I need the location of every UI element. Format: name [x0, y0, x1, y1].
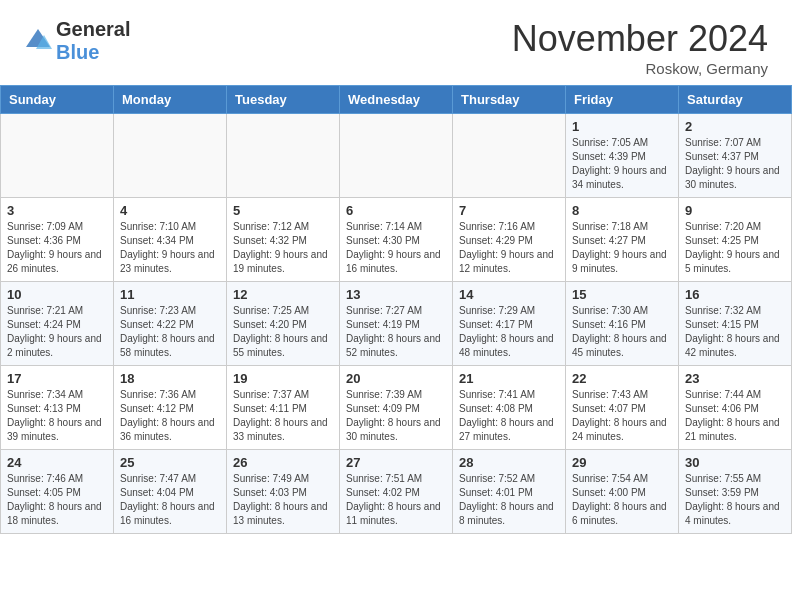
day-info: Sunrise: 7:09 AM Sunset: 4:36 PM Dayligh…	[7, 220, 107, 276]
day-number: 4	[120, 203, 220, 218]
day-number: 12	[233, 287, 333, 302]
calendar-cell: 27Sunrise: 7:51 AM Sunset: 4:02 PM Dayli…	[340, 450, 453, 534]
day-info: Sunrise: 7:05 AM Sunset: 4:39 PM Dayligh…	[572, 136, 672, 192]
calendar-cell: 8Sunrise: 7:18 AM Sunset: 4:27 PM Daylig…	[566, 198, 679, 282]
weekday-header-row: SundayMondayTuesdayWednesdayThursdayFrid…	[1, 86, 792, 114]
day-number: 2	[685, 119, 785, 134]
day-number: 30	[685, 455, 785, 470]
week-row-2: 3Sunrise: 7:09 AM Sunset: 4:36 PM Daylig…	[1, 198, 792, 282]
day-info: Sunrise: 7:54 AM Sunset: 4:00 PM Dayligh…	[572, 472, 672, 528]
calendar-cell: 5Sunrise: 7:12 AM Sunset: 4:32 PM Daylig…	[227, 198, 340, 282]
day-info: Sunrise: 7:46 AM Sunset: 4:05 PM Dayligh…	[7, 472, 107, 528]
calendar-cell	[227, 114, 340, 198]
calendar-cell: 30Sunrise: 7:55 AM Sunset: 3:59 PM Dayli…	[679, 450, 792, 534]
day-number: 5	[233, 203, 333, 218]
day-number: 6	[346, 203, 446, 218]
calendar-cell: 16Sunrise: 7:32 AM Sunset: 4:15 PM Dayli…	[679, 282, 792, 366]
day-number: 27	[346, 455, 446, 470]
calendar-cell	[1, 114, 114, 198]
day-number: 8	[572, 203, 672, 218]
day-info: Sunrise: 7:14 AM Sunset: 4:30 PM Dayligh…	[346, 220, 446, 276]
calendar-cell: 28Sunrise: 7:52 AM Sunset: 4:01 PM Dayli…	[453, 450, 566, 534]
weekday-monday: Monday	[114, 86, 227, 114]
calendar-cell: 20Sunrise: 7:39 AM Sunset: 4:09 PM Dayli…	[340, 366, 453, 450]
weekday-friday: Friday	[566, 86, 679, 114]
calendar-cell: 22Sunrise: 7:43 AM Sunset: 4:07 PM Dayli…	[566, 366, 679, 450]
day-number: 15	[572, 287, 672, 302]
calendar-header: SundayMondayTuesdayWednesdayThursdayFrid…	[1, 86, 792, 114]
location: Roskow, Germany	[512, 60, 768, 77]
day-info: Sunrise: 7:18 AM Sunset: 4:27 PM Dayligh…	[572, 220, 672, 276]
day-number: 10	[7, 287, 107, 302]
weekday-wednesday: Wednesday	[340, 86, 453, 114]
logo-blue: Blue	[56, 41, 99, 63]
calendar-cell: 21Sunrise: 7:41 AM Sunset: 4:08 PM Dayli…	[453, 366, 566, 450]
calendar-cell: 9Sunrise: 7:20 AM Sunset: 4:25 PM Daylig…	[679, 198, 792, 282]
day-number: 3	[7, 203, 107, 218]
day-info: Sunrise: 7:23 AM Sunset: 4:22 PM Dayligh…	[120, 304, 220, 360]
calendar-cell: 14Sunrise: 7:29 AM Sunset: 4:17 PM Dayli…	[453, 282, 566, 366]
logo-icon	[24, 27, 52, 55]
day-info: Sunrise: 7:51 AM Sunset: 4:02 PM Dayligh…	[346, 472, 446, 528]
calendar-cell: 4Sunrise: 7:10 AM Sunset: 4:34 PM Daylig…	[114, 198, 227, 282]
calendar-cell: 6Sunrise: 7:14 AM Sunset: 4:30 PM Daylig…	[340, 198, 453, 282]
calendar-cell	[114, 114, 227, 198]
weekday-sunday: Sunday	[1, 86, 114, 114]
day-info: Sunrise: 7:32 AM Sunset: 4:15 PM Dayligh…	[685, 304, 785, 360]
calendar-cell: 11Sunrise: 7:23 AM Sunset: 4:22 PM Dayli…	[114, 282, 227, 366]
day-number: 7	[459, 203, 559, 218]
calendar-cell: 15Sunrise: 7:30 AM Sunset: 4:16 PM Dayli…	[566, 282, 679, 366]
day-number: 26	[233, 455, 333, 470]
day-info: Sunrise: 7:43 AM Sunset: 4:07 PM Dayligh…	[572, 388, 672, 444]
day-info: Sunrise: 7:12 AM Sunset: 4:32 PM Dayligh…	[233, 220, 333, 276]
day-info: Sunrise: 7:37 AM Sunset: 4:11 PM Dayligh…	[233, 388, 333, 444]
day-number: 24	[7, 455, 107, 470]
day-info: Sunrise: 7:30 AM Sunset: 4:16 PM Dayligh…	[572, 304, 672, 360]
calendar-cell: 24Sunrise: 7:46 AM Sunset: 4:05 PM Dayli…	[1, 450, 114, 534]
logo-text: General Blue	[56, 18, 130, 64]
calendar-cell: 29Sunrise: 7:54 AM Sunset: 4:00 PM Dayli…	[566, 450, 679, 534]
page-header: General Blue November 2024 Roskow, Germa…	[0, 0, 792, 85]
day-info: Sunrise: 7:21 AM Sunset: 4:24 PM Dayligh…	[7, 304, 107, 360]
logo-general: General	[56, 18, 130, 40]
calendar-cell: 26Sunrise: 7:49 AM Sunset: 4:03 PM Dayli…	[227, 450, 340, 534]
calendar-cell: 12Sunrise: 7:25 AM Sunset: 4:20 PM Dayli…	[227, 282, 340, 366]
day-number: 14	[459, 287, 559, 302]
calendar-cell: 7Sunrise: 7:16 AM Sunset: 4:29 PM Daylig…	[453, 198, 566, 282]
month-title: November 2024	[512, 18, 768, 60]
day-number: 21	[459, 371, 559, 386]
day-number: 25	[120, 455, 220, 470]
day-info: Sunrise: 7:39 AM Sunset: 4:09 PM Dayligh…	[346, 388, 446, 444]
day-info: Sunrise: 7:27 AM Sunset: 4:19 PM Dayligh…	[346, 304, 446, 360]
calendar: SundayMondayTuesdayWednesdayThursdayFrid…	[0, 85, 792, 534]
calendar-cell	[453, 114, 566, 198]
day-info: Sunrise: 7:10 AM Sunset: 4:34 PM Dayligh…	[120, 220, 220, 276]
day-info: Sunrise: 7:41 AM Sunset: 4:08 PM Dayligh…	[459, 388, 559, 444]
day-number: 29	[572, 455, 672, 470]
week-row-5: 24Sunrise: 7:46 AM Sunset: 4:05 PM Dayli…	[1, 450, 792, 534]
calendar-cell	[340, 114, 453, 198]
day-number: 22	[572, 371, 672, 386]
calendar-cell: 2Sunrise: 7:07 AM Sunset: 4:37 PM Daylig…	[679, 114, 792, 198]
weekday-saturday: Saturday	[679, 86, 792, 114]
calendar-cell: 13Sunrise: 7:27 AM Sunset: 4:19 PM Dayli…	[340, 282, 453, 366]
day-number: 11	[120, 287, 220, 302]
week-row-1: 1Sunrise: 7:05 AM Sunset: 4:39 PM Daylig…	[1, 114, 792, 198]
day-number: 28	[459, 455, 559, 470]
day-number: 19	[233, 371, 333, 386]
weekday-thursday: Thursday	[453, 86, 566, 114]
calendar-body: 1Sunrise: 7:05 AM Sunset: 4:39 PM Daylig…	[1, 114, 792, 534]
day-info: Sunrise: 7:52 AM Sunset: 4:01 PM Dayligh…	[459, 472, 559, 528]
day-info: Sunrise: 7:44 AM Sunset: 4:06 PM Dayligh…	[685, 388, 785, 444]
calendar-cell: 3Sunrise: 7:09 AM Sunset: 4:36 PM Daylig…	[1, 198, 114, 282]
day-info: Sunrise: 7:47 AM Sunset: 4:04 PM Dayligh…	[120, 472, 220, 528]
day-info: Sunrise: 7:20 AM Sunset: 4:25 PM Dayligh…	[685, 220, 785, 276]
title-block: November 2024 Roskow, Germany	[512, 18, 768, 77]
weekday-tuesday: Tuesday	[227, 86, 340, 114]
calendar-cell: 10Sunrise: 7:21 AM Sunset: 4:24 PM Dayli…	[1, 282, 114, 366]
day-info: Sunrise: 7:49 AM Sunset: 4:03 PM Dayligh…	[233, 472, 333, 528]
calendar-cell: 25Sunrise: 7:47 AM Sunset: 4:04 PM Dayli…	[114, 450, 227, 534]
week-row-3: 10Sunrise: 7:21 AM Sunset: 4:24 PM Dayli…	[1, 282, 792, 366]
week-row-4: 17Sunrise: 7:34 AM Sunset: 4:13 PM Dayli…	[1, 366, 792, 450]
calendar-cell: 1Sunrise: 7:05 AM Sunset: 4:39 PM Daylig…	[566, 114, 679, 198]
